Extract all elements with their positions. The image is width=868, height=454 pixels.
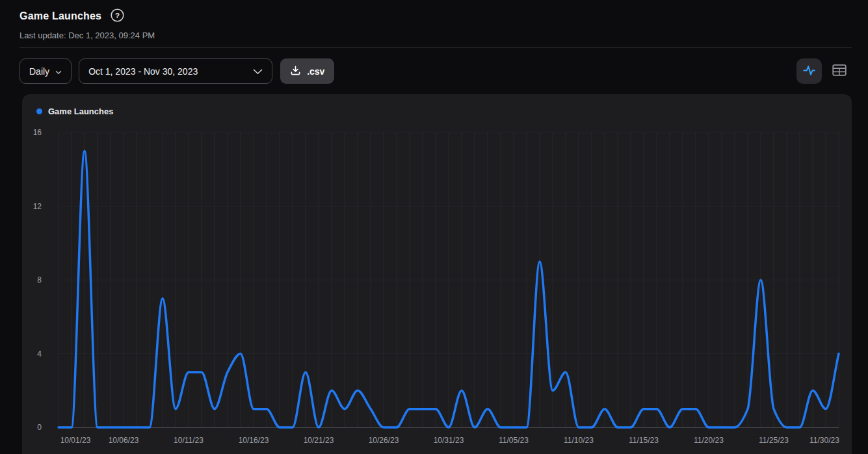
header-divider	[20, 47, 852, 48]
table-view-button[interactable]	[826, 58, 852, 84]
line-chart[interactable]: 048121610/01/2310/06/2310/11/2310/16/231…	[22, 94, 852, 454]
view-toggle-group	[796, 58, 852, 84]
x-tick-label: 10/01/23	[60, 436, 91, 445]
x-tick-label: 10/31/23	[434, 436, 464, 445]
granularity-value: Daily	[29, 66, 49, 77]
chart-view-button[interactable]	[796, 58, 822, 84]
y-tick-label: 8	[37, 275, 42, 284]
x-tick-label: 11/30/23	[809, 436, 839, 445]
x-tick-label: 10/21/23	[304, 436, 334, 445]
x-tick-label: 10/06/23	[109, 436, 139, 445]
controls-bar: Daily Oct 1, 2023 - Nov 30, 2023 .csv	[20, 58, 852, 84]
table-icon	[832, 64, 847, 78]
date-range-dropdown[interactable]: Oct 1, 2023 - Nov 30, 2023	[79, 58, 272, 84]
x-tick-label: 10/11/23	[174, 436, 204, 445]
download-csv-button[interactable]: .csv	[280, 58, 334, 84]
chart-card: Game Launches 048121610/01/2310/06/2310/…	[22, 94, 852, 454]
date-range-value: Oct 1, 2023 - Nov 30, 2023	[88, 66, 198, 77]
x-tick-label: 10/26/23	[369, 436, 399, 445]
x-tick-label: 10/16/23	[239, 436, 269, 445]
help-button[interactable]: ?	[111, 8, 124, 24]
x-tick-label: 11/05/23	[499, 436, 529, 445]
chevron-down-icon	[253, 66, 263, 77]
activity-pulse-icon	[802, 63, 817, 80]
csv-label: .csv	[307, 66, 324, 77]
y-tick-label: 0	[37, 423, 42, 432]
page-title: Game Launches	[20, 10, 101, 22]
svg-text:?: ?	[115, 12, 120, 19]
y-tick-label: 16	[33, 128, 42, 137]
y-tick-label: 4	[37, 349, 42, 359]
last-update-text: Last update: Dec 1, 2023, 09:24 PM	[20, 31, 155, 40]
question-mark-icon: ?	[111, 8, 124, 24]
download-icon	[290, 65, 301, 78]
x-tick-label: 11/15/23	[629, 436, 659, 445]
x-tick-label: 11/25/23	[759, 436, 789, 445]
x-tick-label: 11/10/23	[564, 436, 594, 445]
chevron-down-icon	[55, 66, 62, 77]
x-tick-label: 11/20/23	[694, 436, 724, 445]
y-tick-label: 12	[33, 202, 42, 211]
granularity-dropdown[interactable]: Daily	[20, 58, 72, 84]
page-header: Game Launches ? Last update: Dec 1, 2023…	[20, 8, 155, 40]
